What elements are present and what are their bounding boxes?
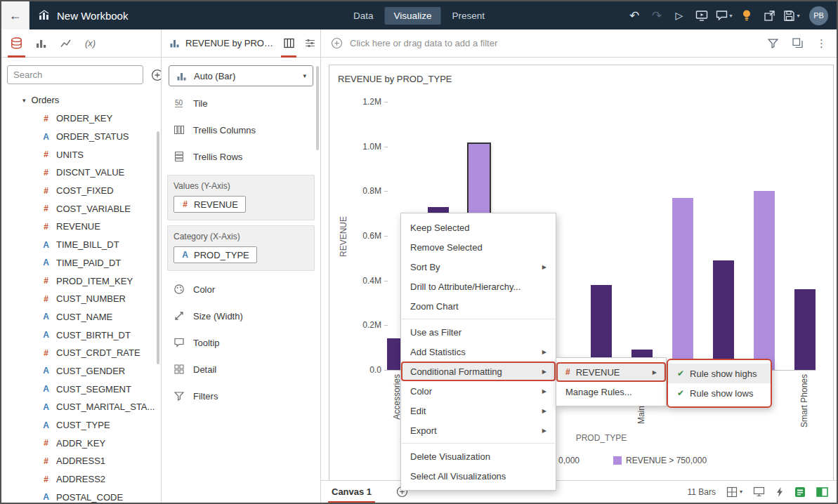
search-input[interactable] [7, 65, 143, 84]
line-chart-tab-icon[interactable] [53, 29, 78, 58]
bar-chart-tab-icon[interactable] [29, 29, 53, 58]
menu-item-rule-show-lows[interactable]: ✔Rule show lows [668, 383, 771, 403]
chevron-down-icon: ▾ [740, 489, 742, 495]
field-address1[interactable]: #ADDRESS1 [1, 452, 161, 470]
add-data-icon[interactable] [151, 69, 162, 81]
grammar-tab-icon[interactable] [278, 29, 299, 58]
legend-item-0[interactable]: 0,000 [558, 456, 580, 465]
field-cost-variable[interactable]: #COST_VARIABLE [1, 199, 161, 218]
field-cust-number[interactable]: #CUST_NUMBER [1, 290, 161, 308]
bar-smart-phones[interactable] [794, 289, 816, 370]
menu-item-export[interactable]: Export▶ [401, 420, 556, 440]
field-time-bill-dt[interactable]: ATIME_BILL_DT [1, 236, 161, 254]
pill-prod-type[interactable]: A PROD_TYPE [174, 246, 257, 263]
field-discnt-value[interactable]: #DISCNT_VALUE [1, 164, 161, 182]
data-panel-scrollbar[interactable] [157, 131, 159, 364]
menu-item-sort-by[interactable]: Sort By▶ [401, 257, 556, 277]
menu-item-keep-selected[interactable]: Keep Selected [401, 218, 556, 237]
filter-prompt[interactable]: Click here or drag data to add a filter [350, 38, 760, 48]
field-prod-item-key[interactable]: #PROD_ITEM_KEY [1, 272, 161, 290]
field-cust-marital-sta[interactable]: ACUST_MARITAL_STA... [1, 398, 161, 416]
field-order-key[interactable]: #ORDER_KEY [1, 110, 161, 128]
field-cust-birth-dt[interactable]: ACUST_BIRTH_DT [1, 326, 161, 344]
grammar-row-trellis-columns[interactable]: Trellis Columns [162, 117, 320, 143]
menu-item-delete-visualization[interactable]: Delete Visualization [401, 446, 556, 466]
field-address2[interactable]: #ADDRESS2 [1, 470, 161, 489]
pop-out-icon[interactable] [761, 6, 778, 25]
field-cust-segment[interactable]: ACUST_SEGMENT [1, 380, 161, 398]
grammar-row-detail[interactable]: Detail [162, 356, 320, 383]
bar-index-7[interactable] [672, 198, 693, 370]
tab-visualize[interactable]: Visualize [385, 7, 441, 25]
bar-index-9[interactable] [754, 191, 775, 370]
menu-item-color[interactable]: Color▶ [401, 381, 556, 401]
menu-item-remove-selected[interactable]: Remove Selected [401, 237, 556, 257]
present-view-icon[interactable] [753, 486, 765, 497]
preview-icon[interactable]: ▷ [671, 6, 688, 25]
field-order-status[interactable]: AORDER_STATUS [1, 128, 161, 146]
menu-item-edit[interactable]: Edit▶ [401, 401, 556, 420]
undo-icon[interactable]: ↶ [626, 6, 643, 25]
filter-bar: Click here or drag data to add a filter … [321, 29, 837, 58]
dataset-tab-icon[interactable] [4, 29, 29, 58]
present-icon[interactable] [693, 6, 710, 25]
submenu-arrow-icon: ▶ [542, 427, 546, 434]
filter-icon[interactable] [767, 37, 779, 49]
fx-tab-icon[interactable]: (x) [78, 29, 103, 58]
bar-count-label: 11 Bars [688, 487, 716, 497]
field-cust-crdt-rate[interactable]: #CUST_CRDT_RATE [1, 344, 161, 362]
field-cost-fixed[interactable]: #COST_FIXED [1, 182, 161, 200]
legend-item-1[interactable]: REVENUE > 750,000 [613, 456, 707, 465]
x-axis-label-main: Main [636, 406, 646, 424]
back-button[interactable]: ← [1, 1, 30, 29]
insights-icon[interactable] [738, 6, 755, 25]
grammar-row-trellis-rows[interactable]: Trellis Rows [162, 143, 320, 170]
layout-grid-icon[interactable]: ▾ [726, 486, 742, 498]
bar-index-8[interactable] [713, 260, 734, 370]
menu-item-use-as-filter[interactable]: Use as Filter [401, 322, 556, 342]
menu-item-rule-show-highs[interactable]: ✔Rule show highs [668, 364, 771, 383]
save-icon[interactable]: ▾ [783, 6, 800, 25]
attribute-icon: A [42, 492, 50, 502]
menu-item-conditional-formatting[interactable]: Conditional Formatting▶ [401, 362, 556, 381]
menu-item-select-all-visualizations[interactable]: Select All Visualizations [401, 466, 556, 486]
field-cust-gender[interactable]: ACUST_GENDER [1, 362, 161, 380]
layers-icon[interactable] [792, 37, 804, 49]
menu-dots-icon[interactable]: ⋮ [816, 37, 827, 50]
split-view-icon[interactable] [816, 487, 828, 497]
field-postal-code[interactable]: APOSTAL_CODE [1, 488, 161, 503]
measure-icon: # [42, 294, 50, 304]
grammar-row-color[interactable]: Color [162, 276, 320, 303]
grammar-row-tile[interactable]: 50Tile [162, 90, 320, 117]
menu-item-add-statistics[interactable]: Add Statistics▶ [401, 342, 556, 362]
grammar-row-filters[interactable]: Filters [162, 383, 320, 409]
detail-icon [173, 364, 185, 376]
grammar-row-tooltip[interactable]: Tooltip [162, 329, 320, 356]
menu-item-manage-rules[interactable]: Manage Rules... [556, 382, 666, 402]
add-filter-icon[interactable] [331, 37, 343, 49]
field-units[interactable]: #UNITS [1, 145, 161, 164]
grammar-row-size-width[interactable]: Size (Width) [162, 303, 320, 329]
attribute-icon: A [42, 240, 50, 250]
grammar-panel-scrollbar[interactable] [316, 66, 319, 150]
dataset-root-orders[interactable]: ▾ Orders [1, 91, 161, 110]
tab-present[interactable]: Present [443, 7, 494, 25]
field-revenue[interactable]: #REVENUE [1, 218, 161, 236]
insights-bolt-icon[interactable] [775, 486, 784, 498]
submenu-arrow-icon: ▶ [542, 349, 546, 355]
menu-item-revenue[interactable]: #REVENUE▶ [556, 362, 666, 382]
user-avatar[interactable]: PB [809, 6, 828, 25]
properties-tab-icon[interactable] [299, 29, 320, 58]
tab-data[interactable]: Data [344, 7, 383, 25]
grid-active-icon[interactable] [794, 486, 806, 498]
menu-item-drill-to-attribute-hierarchy[interactable]: Drill to Attribute/Hierarchy... [401, 277, 556, 296]
viz-type-select[interactable]: Auto (Bar) ▾ [169, 65, 313, 86]
field-addr-key[interactable]: #ADDR_KEY [1, 434, 161, 452]
pill-revenue[interactable]: # REVENUE [174, 196, 246, 213]
canvas-tab[interactable]: Canvas 1 [328, 481, 375, 503]
field-cust-name[interactable]: ACUST_NAME [1, 308, 161, 326]
field-time-paid-dt[interactable]: ATIME_PAID_DT [1, 254, 161, 272]
field-cust-type[interactable]: ACUST_TYPE [1, 416, 161, 435]
menu-item-zoom-chart[interactable]: Zoom Chart [401, 296, 556, 316]
comments-icon[interactable]: ▾ [716, 6, 733, 25]
